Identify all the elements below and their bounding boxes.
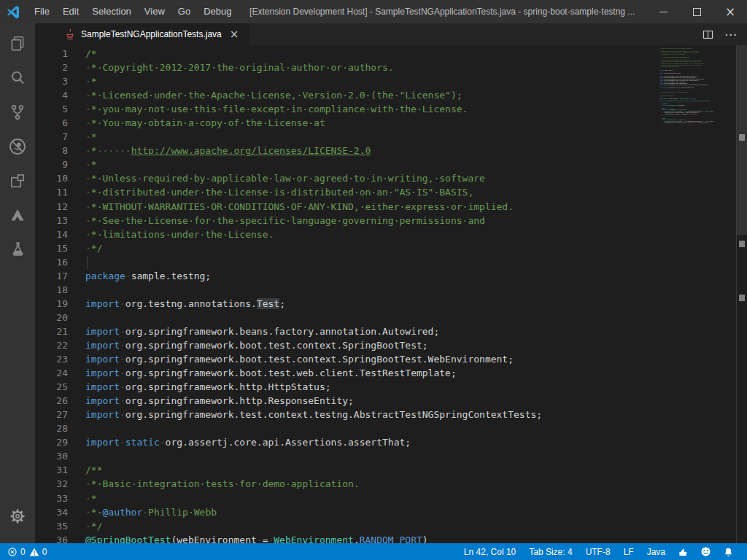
minimap[interactable]: /*·*·Copyright·2012-2017·the·original·au… [657,45,737,543]
minimize-button[interactable] [646,0,680,23]
line-number[interactable]: 31 [35,463,68,477]
line-number[interactable]: 12 [35,200,68,214]
menu-edit[interactable]: Edit [56,0,85,23]
menu-go[interactable]: Go [171,0,197,23]
code-line[interactable]: import·org.springframework.http.Response… [68,394,354,408]
menu-debug[interactable]: Debug [197,0,238,23]
line-number[interactable]: 20 [35,311,68,324]
menu-file[interactable]: File [28,0,56,23]
line-number[interactable]: 6 [35,116,68,130]
line-number[interactable]: 25 [35,380,68,394]
line-number[interactable]: 5 [35,102,68,116]
code-line[interactable]: import·org.springframework.boot.test.con… [68,338,428,352]
line-number[interactable]: 14 [35,228,68,241]
code-line[interactable]: ·*·You·may·obtain·a·copy·of·the·License·… [68,116,325,130]
code-line[interactable] [68,421,85,435]
code-line[interactable]: /** [68,463,102,477]
feedback-smiley-icon[interactable] [694,546,717,557]
line-number[interactable]: 7 [35,130,68,144]
line-number[interactable]: 4 [35,88,68,102]
problems-status[interactable]: 0 0 [0,547,47,557]
line-number[interactable]: 22 [35,338,68,352]
code-line[interactable]: } [658,127,660,128]
sidebar-item-source-control[interactable] [0,95,35,129]
code-line[interactable]: ·*·Basic·integration·tests·for·demo·appl… [658,92,689,93]
status-language-mode[interactable]: Java [640,547,672,557]
code-line[interactable]: import·org.springframework.boot.test.web… [68,366,457,380]
code-line[interactable]: ·* [68,74,97,88]
scrollbar-overview-ruler[interactable] [736,45,747,543]
line-number[interactable]: 1 [35,47,68,61]
code-line[interactable]: ·* [68,158,97,171]
code-line[interactable]: import·static·org.assertj.core.api.Asser… [658,88,694,89]
line-number[interactable]: 34 [35,505,68,519]
code-line[interactable]: import·org.springframework.beans.factory… [68,324,439,338]
split-editor-icon[interactable] [702,28,714,41]
line-number[interactable]: 15 [35,241,68,255]
line-number[interactable]: 3 [35,74,68,88]
code-line[interactable]: import·org.springframework.test.context.… [68,408,542,421]
line-number[interactable]: 27 [35,408,68,421]
status-tab-size[interactable]: Tab Size: 4 [522,547,578,557]
code-line[interactable] [68,283,85,297]
code-line[interactable]: ·*·Copyright·2012-2017·the·original·auth… [658,48,692,50]
manage-gear-button[interactable] [0,499,35,533]
code-line[interactable]: ·*·See·the·License·for·the·specific·lang… [68,214,485,228]
line-number[interactable]: 36 [35,533,68,543]
menu-selection[interactable]: Selection [85,0,137,23]
line-number[interactable]: 26 [35,394,68,408]
code-line[interactable]: ·*/ [68,241,102,255]
sidebar-item-search[interactable] [0,61,35,95]
code-line[interactable]: ·*·you·may·not·use·this·file·except·in·c… [68,102,468,116]
code-line[interactable]: ·*······http://www.apache.org/licenses/L… [658,57,690,58]
sidebar-item-azure[interactable] [0,198,35,232]
code-line[interactable]: ·*·@author·Phillip·Webb [68,505,217,519]
line-number[interactable]: 29 [35,435,68,449]
line-number[interactable]: 35 [35,519,68,533]
code-line[interactable]: ········assertThat(entity.getBody()).isE… [658,114,697,115]
code-line[interactable]: ·*·Licensed·under·the·Apache·License,·Ve… [68,88,462,102]
code-line[interactable]: import·org.testng.annotations.Test; [658,73,681,74]
code-line[interactable]: import·org.testng.annotations.Test; [68,297,285,311]
code-line[interactable]: ·*·Unless·required·by·applicable·law·or·… [68,171,485,185]
code-line[interactable]: ·* [68,130,97,144]
line-number[interactable]: 28 [35,421,68,435]
status-cursor-position[interactable]: Ln 42, Col 10 [457,547,522,557]
tab-close-icon[interactable]: × [228,28,241,41]
code-line[interactable]: package·sample.testng; [68,269,211,283]
code-line[interactable]: import·org.springframework.http.HttpStat… [68,380,331,394]
code-line[interactable] [68,449,85,463]
code-line[interactable]: ·*·limitations·under·the·License. [68,228,274,241]
sidebar-item-debug[interactable] [0,129,35,163]
line-number[interactable]: 17 [35,269,68,283]
status-eol[interactable]: LF [617,547,640,557]
code-line[interactable]: ····private·TestRestTemplate·restTemplat… [658,105,685,106]
line-number[interactable]: 21 [35,324,68,338]
line-number[interactable]: 18 [35,283,68,297]
code-line[interactable]: ·*······http://www.apache.org/licenses/L… [68,144,371,158]
code-line[interactable]: import·static·org.assertj.core.api.Asser… [68,435,411,449]
code-line[interactable]: ·*·Basic·integration·tests·for·demo·appl… [68,477,360,491]
line-number[interactable]: 8 [35,144,68,158]
thumbs-up-icon[interactable] [672,546,694,557]
code-line[interactable]: ·*·WITHOUT·WARRANTIES·OR·CONDITIONS·OF·A… [68,200,514,214]
line-number[interactable]: 23 [35,352,68,366]
sidebar-item-test[interactable] [0,232,35,266]
line-number[interactable]: 11 [35,185,68,199]
sidebar-item-explorer[interactable] [0,26,35,61]
menu-view[interactable]: View [138,0,171,23]
tab-sampletestngapplicationtests[interactable]: SampleTestNGApplicationTests.java × [35,23,249,45]
code-line[interactable]: ·*·You·may·obtain·a·copy·of·the·License·… [658,54,685,55]
line-number[interactable]: 19 [35,297,68,311]
code-line[interactable]: /* [68,47,97,61]
code-line[interactable]: import·org.springframework.test.context.… [658,85,708,86]
code-line[interactable]: package·sample.testng; [658,70,673,71]
code-line[interactable]: import·org.springframework.boot.test.con… [68,352,514,366]
line-number[interactable]: 2 [35,61,68,74]
code-line[interactable]: ·*·distributed·under·the·License·is·dist… [68,185,473,199]
code-line[interactable]: ·*·Copyright·2012-2017·the·original·auth… [68,61,394,74]
code-line[interactable]: public·class·SampleTestNGApplicationTest… [658,101,711,102]
line-number[interactable]: 24 [35,366,68,380]
more-actions-icon[interactable]: ⋯ [724,31,737,38]
close-button[interactable]: × [713,0,747,23]
